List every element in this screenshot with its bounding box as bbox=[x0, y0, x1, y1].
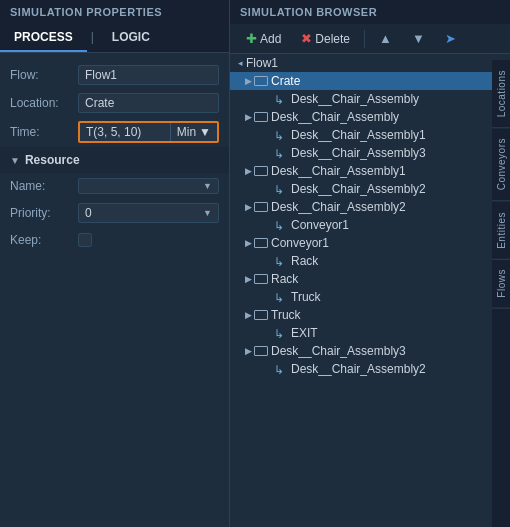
side-tabs: LocationsConveyorsEntitiesFlows bbox=[492, 60, 510, 527]
tree-item[interactable]: ▶Crate bbox=[230, 72, 492, 90]
tree-item-label: Desk__Chair_Assembly1 bbox=[291, 128, 426, 142]
time-wrapper: T(3, 5, 10) Min ▼ bbox=[78, 121, 219, 143]
tree-item[interactable]: ▶Desk__Chair_Assembly3 bbox=[230, 342, 492, 360]
keep-label: Keep: bbox=[10, 233, 78, 247]
tree-item[interactable]: ▶Desk__Chair_Assembly2 bbox=[230, 198, 492, 216]
priority-value: 0 bbox=[85, 206, 92, 220]
priority-select[interactable]: 0 ▼ bbox=[78, 203, 219, 223]
tree-item-label: Conveyor1 bbox=[271, 236, 329, 250]
tree-expand-icon: ▶ bbox=[242, 202, 254, 212]
tree-item[interactable]: ▶Conveyor1 bbox=[230, 234, 492, 252]
tab-divider: | bbox=[87, 24, 98, 52]
tree-expand-icon: ▶ bbox=[242, 310, 254, 320]
tree-item-label: EXIT bbox=[291, 326, 318, 340]
sim-panel-header: SIMULATION BROWSER bbox=[230, 0, 510, 24]
keep-checkbox[interactable] bbox=[78, 233, 92, 247]
priority-row: Priority: 0 ▼ bbox=[0, 199, 229, 227]
left-panel-header: SIMULATION PROPERTIES bbox=[0, 0, 229, 24]
add-label: Add bbox=[260, 32, 281, 46]
tab-row: PROCESS | LOGIC bbox=[0, 24, 229, 53]
delete-icon: ✖ bbox=[301, 31, 312, 46]
tree-item-label: Desk__Chair_Assembly2 bbox=[291, 182, 426, 196]
tree-item[interactable]: ↳Desk__Chair_Assembly1 bbox=[230, 126, 492, 144]
location-label: Location: bbox=[10, 96, 78, 110]
tab-logic[interactable]: LOGIC bbox=[98, 24, 164, 52]
move-down-button[interactable]: ▼ bbox=[404, 28, 433, 49]
delete-button[interactable]: ✖ Delete bbox=[293, 28, 358, 49]
tree-item-label: Desk__Chair_Assembly3 bbox=[271, 344, 406, 358]
child-link-icon: ↳ bbox=[274, 291, 288, 303]
right-panel: SIMULATION BROWSER ✚ Add ✖ Delete ▲ ▼ ➤ … bbox=[230, 0, 510, 527]
tree-item-label: Crate bbox=[271, 74, 300, 88]
folder-icon bbox=[254, 238, 268, 248]
tree-scroll-area[interactable]: ◂ Flow1 ▶Crate ↳Desk__Chair_Assembly▶Des… bbox=[230, 54, 510, 527]
child-link-icon: ↳ bbox=[274, 363, 288, 375]
keep-row: Keep: bbox=[0, 227, 229, 253]
flow-row: Flow: Flow1 bbox=[0, 61, 229, 89]
tree-item-label: Desk__Chair_Assembly bbox=[271, 110, 399, 124]
tree-item[interactable]: ↳Desk__Chair_Assembly2 bbox=[230, 360, 492, 378]
tree-root-label: Flow1 bbox=[246, 56, 278, 70]
folder-icon bbox=[254, 76, 268, 86]
tree-expand-icon: ▶ bbox=[242, 274, 254, 284]
resource-section-header[interactable]: ▼ Resource bbox=[0, 147, 229, 173]
folder-icon bbox=[254, 202, 268, 212]
forward-button[interactable]: ➤ bbox=[437, 28, 464, 49]
side-tab-locations[interactable]: Locations bbox=[492, 60, 510, 128]
child-link-icon: ↳ bbox=[274, 255, 288, 267]
resource-arrow-icon: ▼ bbox=[10, 155, 20, 166]
move-up-button[interactable]: ▲ bbox=[371, 28, 400, 49]
tree-item[interactable]: ↳Desk__Chair_Assembly2 bbox=[230, 180, 492, 198]
folder-icon bbox=[254, 310, 268, 320]
down-arrow-icon: ▼ bbox=[412, 31, 425, 46]
location-value: Crate bbox=[78, 93, 219, 113]
priority-select-arrow: ▼ bbox=[203, 208, 212, 218]
tree-item[interactable]: ↳Truck bbox=[230, 288, 492, 306]
tree-item-label: Desk__Chair_Assembly2 bbox=[271, 200, 406, 214]
tree-item[interactable]: ▶Desk__Chair_Assembly1 bbox=[230, 162, 492, 180]
tree-item[interactable]: ↳Conveyor1 bbox=[230, 216, 492, 234]
side-tab-entities[interactable]: Entities bbox=[492, 202, 510, 260]
tree-item[interactable]: ▶Rack bbox=[230, 270, 492, 288]
toolbar-separator bbox=[364, 30, 365, 48]
resource-section-label: Resource bbox=[25, 153, 80, 167]
tree-item[interactable]: ↳Rack bbox=[230, 252, 492, 270]
tree-item[interactable]: ▶Desk__Chair_Assembly bbox=[230, 108, 492, 126]
tree-item-label: Truck bbox=[271, 308, 301, 322]
add-icon: ✚ bbox=[246, 31, 257, 46]
root-arrow-icon: ◂ bbox=[234, 58, 246, 68]
tree-expand-icon: ▶ bbox=[242, 238, 254, 248]
delete-label: Delete bbox=[315, 32, 350, 46]
child-link-icon: ↳ bbox=[274, 219, 288, 231]
tree-item-label: Desk__Chair_Assembly bbox=[291, 92, 419, 106]
location-row: Location: Crate bbox=[0, 89, 229, 117]
side-tab-conveyors[interactable]: Conveyors bbox=[492, 128, 510, 201]
add-button[interactable]: ✚ Add bbox=[238, 28, 289, 49]
folder-icon bbox=[254, 346, 268, 356]
tree-root[interactable]: ◂ Flow1 bbox=[230, 54, 492, 72]
name-select[interactable]: ▼ bbox=[78, 178, 219, 194]
tree-item[interactable]: ↳Desk__Chair_Assembly3 bbox=[230, 144, 492, 162]
time-unit-label: Min bbox=[177, 125, 196, 139]
child-link-icon: ↳ bbox=[274, 93, 288, 105]
tree-item-label: Rack bbox=[291, 254, 318, 268]
tree-item[interactable]: ↳Desk__Chair_Assembly bbox=[230, 90, 492, 108]
tree-item-label: Desk__Chair_Assembly2 bbox=[291, 362, 426, 376]
priority-label: Priority: bbox=[10, 206, 78, 220]
tab-process[interactable]: PROCESS bbox=[0, 24, 87, 52]
tree-item[interactable]: ↳EXIT bbox=[230, 324, 492, 342]
time-unit-select[interactable]: Min ▼ bbox=[170, 123, 217, 141]
child-link-icon: ↳ bbox=[274, 183, 288, 195]
time-row: Time: T(3, 5, 10) Min ▼ bbox=[0, 117, 229, 147]
time-value[interactable]: T(3, 5, 10) bbox=[80, 123, 170, 141]
tree-item-label: Rack bbox=[271, 272, 298, 286]
folder-icon bbox=[254, 166, 268, 176]
left-panel: SIMULATION PROPERTIES PROCESS | LOGIC Fl… bbox=[0, 0, 230, 527]
tree-item-label: Desk__Chair_Assembly3 bbox=[291, 146, 426, 160]
tree-expand-icon: ▶ bbox=[242, 76, 254, 86]
tree-expand-icon: ▶ bbox=[242, 112, 254, 122]
tree-item-label: Desk__Chair_Assembly1 bbox=[271, 164, 406, 178]
tree-expand-icon: ▶ bbox=[242, 166, 254, 176]
tree-item[interactable]: ▶Truck bbox=[230, 306, 492, 324]
side-tab-flows[interactable]: Flows bbox=[492, 259, 510, 309]
